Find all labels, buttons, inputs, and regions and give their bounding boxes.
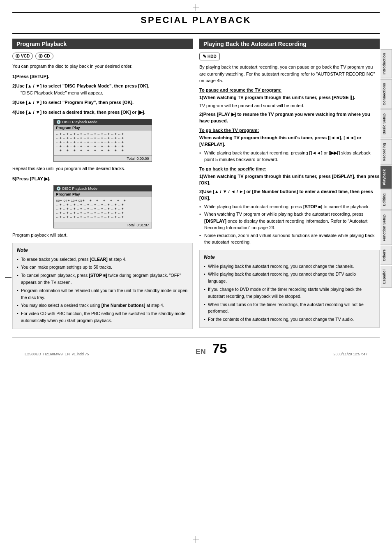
step-2: 2)Use [▲ / ▼] to select "DISC Playback M… [12, 83, 193, 96]
right-step-1-sub: TV program will be paused and sound will… [199, 102, 380, 109]
right-step-3-2: 2)Use [▲ / ▼ / ◄ / ►] or [the Number but… [199, 188, 380, 202]
left-intro: You can program the disc to play back in… [12, 63, 193, 70]
right-note-title: Note [204, 253, 375, 261]
right-icon-row: ✎ HDD [199, 53, 380, 60]
screen2-title: DISC Playback Mode [62, 187, 98, 191]
section3-header: To go back to the specific time: [199, 166, 380, 171]
screen1-caption: Repeat this step until you program all t… [12, 165, 193, 172]
hdd-icon: ✎ [203, 54, 206, 59]
tab-others[interactable]: Others [380, 246, 392, 265]
left-section-title: Program Playback [16, 41, 67, 47]
screen1-content: -- ✦ -- ✦ -- ✦ -- ✦ -- ✦ -- ✦ -- ✦ -- ✦ … [54, 131, 152, 155]
crosshair-bottom [193, 536, 199, 543]
section2-header: To go back the TV program: [199, 128, 380, 133]
screen-mockup-2: 💿 DISC Playback Mode Program Play 09✦ 04… [53, 185, 152, 228]
side-navigation: Introduction Connections Basic Setup Rec… [380, 49, 392, 288]
tab-introduction[interactable]: Introduction [380, 49, 392, 78]
step-4-label: 4)Use [▲ / ▼] to select a desired track,… [12, 110, 145, 115]
tab-espanol[interactable]: Español [380, 266, 392, 288]
right-column: Playing Back the Autostart Recording ✎ H… [199, 39, 380, 329]
step-2-label: 2)Use [▲ / ▼] to select "DISC Playback M… [12, 83, 149, 88]
screen1-subtitle: Program Play [54, 125, 152, 131]
right-section-title: Playing Back the Autostart Recording [203, 41, 307, 47]
disc-icon-cd: 🖸 [39, 54, 43, 58]
section2-when: When watching TV program through this un… [199, 134, 380, 148]
left-note-6: For video CD with PBC function, the PBC … [17, 310, 188, 324]
tab-playback[interactable]: Playback [380, 166, 392, 189]
right-step-3-1: 1)When watching TV program through this … [199, 173, 380, 187]
screen2-footer: Total 0:31:07 [54, 222, 152, 228]
vcd-badge: 🖸 VCD [12, 53, 33, 60]
left-icon-row: 🖸 VCD 🖸 CD [12, 53, 193, 60]
screen2-row-1: 09✦ 04✦ 10✦ 05✦ -- ✦ -- ✦ -- ✦ -- ✦ -- ✦… [56, 199, 149, 203]
left-note-4: Program information will be retained unt… [17, 287, 188, 301]
right-note-box: Note While playing back the autostart re… [199, 250, 380, 328]
step-3: 3)Use [▲ / ▼] to select "Program Play", … [12, 99, 193, 106]
cd-badge: 🖸 CD [35, 53, 53, 60]
cd-label: CD [44, 54, 50, 58]
crosshair-top [193, 4, 199, 11]
left-note-5: You may also select a desired track usin… [17, 302, 188, 309]
screen1-title: DISC Playback Mode [62, 120, 98, 124]
left-note-box: Note To erase tracks you selected, press… [12, 243, 193, 329]
tab-connections[interactable]: Connections [380, 79, 392, 109]
right-step-1-1: 1)When watching TV program through this … [199, 94, 380, 101]
screen2-subtitle: Program Play [54, 191, 152, 197]
step-4: 4)Use [▲ / ▼] to select a desired track,… [12, 109, 193, 116]
right-note-3: If you change to DVD mode or if the time… [204, 286, 375, 300]
page-title: SPECIAL PLAYBACK [12, 15, 380, 25]
right-note-2: While playing back the autostart recordi… [204, 271, 375, 285]
screen2-row-5: -- ✦ -- ✦ -- ✦ -- ✦ -- ✦ -- ✦ -- ✦ -- ✦ … [56, 215, 149, 219]
crosshair-left [5, 274, 12, 281]
vcd-label: VCD [21, 54, 30, 58]
section3-bullet-2: When watching TV program or while playin… [199, 211, 380, 231]
left-section-header: Program Playback [12, 39, 193, 49]
screen1-row-1: -- ✦ -- ✦ -- ✦ -- ✦ -- ✦ -- ✦ -- ✦ -- ✦ … [56, 132, 149, 136]
page-footer: E2S00UD_H2160MW9_EN_v1.indd 75 EN 75 200… [12, 337, 380, 359]
screen-mockup-1: 💿 DISC Playback Mode Program Play -- ✦ -… [53, 119, 152, 162]
step-5-label: 5)Press [PLAY ▶]. [12, 176, 50, 181]
disc-icon-small: 💿 [56, 120, 61, 124]
section2-bullet: While playing back the autostart recordi… [199, 150, 380, 163]
disc-icon-small2: 💿 [56, 187, 61, 191]
disc-icon-vcd: 🖸 [16, 54, 20, 58]
screen1-footer: Total 0:00:00 [54, 155, 152, 161]
step-3-label: 3)Use [▲ / ▼] to select "Program Play", … [12, 100, 134, 105]
step-5: 5)Press [PLAY ▶]. [12, 175, 193, 182]
right-intro: By playing back the autostart recording,… [199, 64, 380, 84]
screen2-caption: Program playback will start. [12, 232, 193, 239]
en-label: EN [196, 348, 206, 356]
screen2-titlebar: 💿 DISC Playback Mode [54, 186, 152, 191]
page-wrapper: SPECIAL PLAYBACK Program Playback 🖸 VCD … [12, 0, 380, 359]
hdd-label: HDD [208, 54, 217, 59]
screen1-row-4: -- ✦ -- ✦ -- ✦ -- ✦ -- ✦ -- ✦ -- ✦ -- ✦ … [56, 145, 149, 148]
screen1-row-2: -- ✦ -- ✦ -- ✦ -- ✦ -- ✦ -- ✦ -- ✦ -- ✦ … [56, 136, 149, 140]
left-note-3: To cancel program playback, press [STOP … [17, 272, 188, 286]
right-step-1-2: 2)Press [PLAY ▶] to resume the TV progra… [199, 111, 380, 124]
footer-right: EN 75 [196, 341, 227, 356]
left-column: Program Playback 🖸 VCD 🖸 CD You can prog… [12, 39, 193, 329]
screen1-row-3: -- ✦ -- ✦ -- ✦ -- ✦ -- ✦ -- ✦ -- ✦ -- ✦ … [56, 140, 149, 144]
hdd-badge: ✎ HDD [199, 53, 220, 60]
main-columns: Program Playback 🖸 VCD 🖸 CD You can prog… [12, 39, 380, 329]
tab-recording[interactable]: Recording [380, 139, 392, 165]
page-title-bar: SPECIAL PLAYBACK [12, 12, 380, 34]
screen2-content: 09✦ 04✦ 10✦ 05✦ -- ✦ -- ✦ -- ✦ -- ✦ -- ✦… [54, 197, 152, 222]
right-note-4: When this unit turns on for the timer re… [204, 301, 375, 315]
footer-date: 2008/11/20 12:57:47 [333, 352, 367, 356]
tab-basic-setup[interactable]: Basic Setup [380, 110, 392, 138]
right-note-1: While playing back the autostart recordi… [204, 263, 375, 270]
footer-file-info: E2S00UD_H2160MW9_EN_v1.indd 75 [25, 352, 89, 356]
left-note-2: You can make program settings up to 50 t… [17, 264, 188, 271]
tab-function-setup[interactable]: Function Setup [380, 211, 392, 245]
section1-header: To pause and resume the TV program: [199, 88, 380, 92]
screen1-titlebar: 💿 DISC Playback Mode [54, 119, 152, 125]
left-note-title: Note [17, 246, 188, 254]
tab-editing[interactable]: Editing [380, 190, 392, 210]
screen2-row-3: -- ✦ -- ✦ -- ✦ -- ✦ -- ✦ -- ✦ -- ✦ -- ✦ … [56, 207, 149, 211]
step-1: 1)Press [SETUP]. [12, 73, 193, 80]
screen2-row-2: -- ✦ -- ✦ -- ✦ -- ✦ -- ✦ -- ✦ -- ✦ -- ✦ … [56, 203, 149, 207]
screen1-row-5: -- ✦ -- ✦ -- ✦ -- ✦ -- ✦ -- ✦ -- ✦ -- ✦ … [56, 149, 149, 152]
step-2-sub: "DISC Playback Mode" menu will appear. [21, 90, 103, 95]
right-section-header: Playing Back the Autostart Recording [199, 39, 380, 49]
